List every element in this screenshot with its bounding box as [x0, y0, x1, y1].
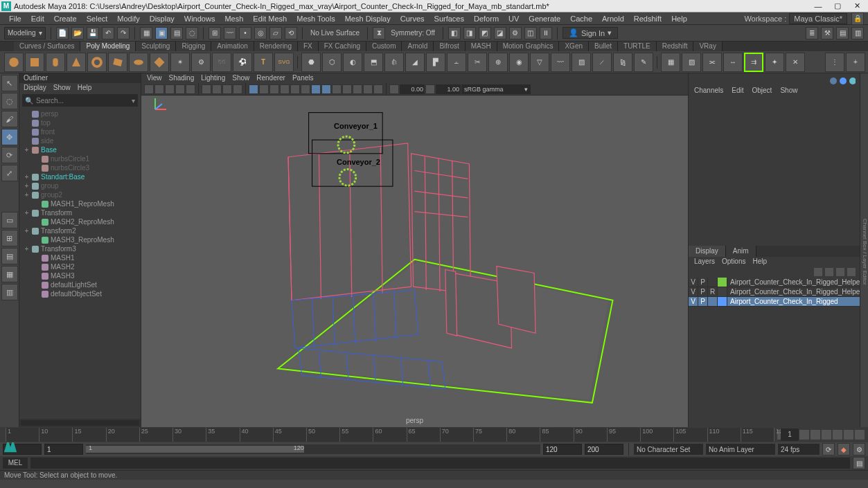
shelf-tab-xgen[interactable]: XGen	[559, 42, 589, 51]
layout-single-icon[interactable]: ▭	[1, 212, 18, 228]
viewport-menu-view[interactable]: View	[147, 73, 162, 83]
snap-curve-icon[interactable]: 〰	[224, 27, 236, 39]
rotate-tool-icon[interactable]: ⟳	[1, 147, 18, 163]
vp-bookmark-icon[interactable]	[154, 84, 164, 94]
lasso-tool-icon[interactable]: ◌	[1, 93, 18, 109]
layer-row[interactable]: VPAirport_Counter_Check_In_Rigged	[689, 297, 860, 307]
viewport-menu-renderer[interactable]: Renderer	[256, 73, 285, 83]
layer-v-cell[interactable]: V	[689, 297, 698, 306]
shelf-tab-redshift[interactable]: Redshift	[657, 42, 694, 51]
outliner-menu-display[interactable]: Display	[24, 83, 46, 93]
shelf-tab-bullet[interactable]: Bullet	[589, 42, 618, 51]
layer-color-swatch[interactable]	[718, 287, 727, 296]
shelf-tab-rendering[interactable]: Rendering	[254, 42, 298, 51]
play-fwd-icon[interactable]	[822, 430, 831, 440]
layer-menu-help[interactable]: Help	[752, 257, 767, 266]
viewport-menu-lighting[interactable]: Lighting	[201, 73, 225, 83]
wedge-icon[interactable]: ✕	[786, 53, 805, 72]
collapse-icon[interactable]: ▽	[530, 53, 549, 72]
step-fwd-icon[interactable]	[833, 430, 842, 440]
vp-2d-pan-icon[interactable]	[175, 84, 185, 94]
shelf-tab-poly-modeling[interactable]: Poly Modeling	[80, 42, 136, 51]
layer-r-cell[interactable]: R	[708, 287, 718, 296]
vp-shadows-icon[interactable]	[290, 84, 300, 94]
open-scene-icon[interactable]: 📂	[71, 27, 84, 39]
cb-menu-object[interactable]: Object	[752, 86, 772, 96]
menu-modify[interactable]: Modify	[112, 15, 144, 23]
snap-point-icon[interactable]: •	[239, 27, 251, 39]
step-fwd-key-icon[interactable]	[844, 430, 853, 440]
expand-icon[interactable]: +	[24, 182, 30, 190]
outliner-item-mash1[interactable]: MASH1	[19, 253, 141, 262]
outliner-item-top[interactable]: top	[19, 118, 141, 127]
outliner-item-mash3[interactable]: MASH3	[19, 271, 141, 280]
menu-file[interactable]: File	[4, 15, 26, 23]
outliner-item-mash3-repromesh[interactable]: MASH3_ReproMesh	[19, 235, 141, 244]
outliner-item-side[interactable]: side	[19, 136, 141, 145]
shelf-tab-motion-graphics[interactable]: Motion Graphics	[497, 42, 560, 51]
select-lasso-icon[interactable]: ◌	[186, 27, 198, 39]
expand-icon[interactable]: +	[24, 146, 30, 154]
connect-icon[interactable]: ⫘	[702, 53, 722, 72]
prefs-icon[interactable]: ⚙	[853, 443, 865, 455]
layer-tab-display[interactable]: Display	[689, 246, 726, 257]
select-tool-icon[interactable]: ↖	[1, 75, 18, 91]
outliner-item-standart-base[interactable]: +Standart:Base	[19, 172, 141, 181]
scale-tool-icon[interactable]: ⤢	[1, 165, 18, 181]
menu-deform[interactable]: Deform	[469, 15, 504, 23]
menu-create[interactable]: Create	[49, 15, 82, 23]
cb-menu-show[interactable]: Show	[780, 86, 797, 96]
tool-settings-toggle-icon[interactable]: ⚒	[821, 27, 833, 39]
menu-surfaces[interactable]: Surfaces	[429, 15, 469, 23]
menu-uv[interactable]: UV	[504, 15, 524, 23]
crease-icon[interactable]: ⟋	[592, 53, 612, 72]
vp-grease-icon[interactable]	[186, 84, 195, 94]
symmetry-toggle-icon[interactable]: ⧗	[373, 27, 385, 39]
shelf-tab-bifrost[interactable]: Bifrost	[434, 42, 465, 51]
snap-plane-icon[interactable]: ▱	[269, 27, 282, 39]
layer-new-empty-icon[interactable]	[836, 268, 844, 276]
maximize-button[interactable]: ▢	[828, 1, 847, 12]
layer-v-cell[interactable]: V	[689, 287, 698, 296]
layer-v-cell[interactable]: V	[689, 278, 698, 287]
layer-move-down-icon[interactable]	[825, 268, 833, 276]
vp-xray-active-icon[interactable]	[373, 84, 383, 94]
subdiv-proxy-icon[interactable]: ▨	[572, 53, 591, 72]
menu-mesh[interactable]: Mesh	[220, 15, 248, 23]
shelf-tab-arnold[interactable]: Arnold	[402, 42, 434, 51]
snap-live-icon[interactable]: ⟲	[285, 27, 297, 39]
boolean-icon[interactable]: ◐	[343, 53, 362, 72]
menu-mesh-tools[interactable]: Mesh Tools	[292, 15, 339, 23]
shelf-tab-turtle[interactable]: TURTLE	[618, 42, 657, 51]
current-frame[interactable]: 1	[781, 428, 799, 441]
quad-draw-icon[interactable]: ▦	[661, 53, 680, 72]
menu-edit-mesh[interactable]: Edit Mesh	[248, 15, 292, 23]
outliner-item-persp[interactable]: persp	[19, 109, 141, 118]
minimize-button[interactable]: —	[808, 1, 828, 12]
outliner-item-front[interactable]: front	[19, 127, 141, 136]
sidebar-tabs-right[interactable]: Channel Box / Layer Editor	[860, 73, 868, 427]
redo-icon[interactable]: ↷	[117, 27, 130, 39]
select-hierarchy-icon[interactable]: ▤	[170, 27, 183, 39]
cb-menu-edit[interactable]: Edit	[732, 86, 743, 96]
select-component-icon[interactable]: ▣	[155, 27, 168, 39]
layer-menu-layers[interactable]: Layers	[694, 257, 715, 266]
poly-cylinder-icon[interactable]	[46, 53, 65, 72]
outliner-search[interactable]: 🔍 Search... ▾	[22, 94, 138, 107]
poly-cone-icon[interactable]	[67, 53, 86, 72]
playblast-icon[interactable]: ⏸	[540, 27, 552, 39]
expand-icon[interactable]: +	[24, 191, 30, 199]
bridge-icon[interactable]: ⫛	[384, 53, 404, 72]
render-icon[interactable]: ◩	[479, 27, 491, 39]
expand-icon[interactable]: +	[24, 245, 30, 253]
helix-icon[interactable]: ➿	[212, 53, 231, 72]
svg-icon[interactable]: SVG	[274, 53, 294, 72]
history-on-icon[interactable]: ◧	[448, 27, 461, 39]
create-poly-icon[interactable]: ▧	[682, 53, 701, 72]
outliner-item-nurbscircle1[interactable]: nurbsCircle1	[19, 154, 141, 163]
vp-aa-icon[interactable]	[321, 84, 331, 94]
viewport-menu-show[interactable]: Show	[232, 73, 249, 83]
poly-cube-icon[interactable]	[25, 53, 44, 72]
expand-icon[interactable]: +	[24, 173, 30, 181]
ipr-icon[interactable]: ◪	[494, 27, 506, 39]
